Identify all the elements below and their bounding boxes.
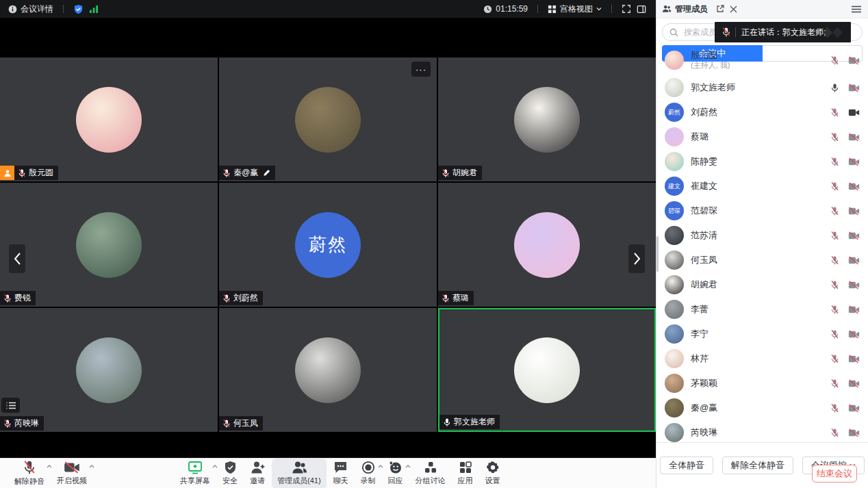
toolbar-item-7[interactable]: 聊天 xyxy=(328,459,354,488)
toolbar-item-2[interactable]: 开启视频 xyxy=(51,459,92,488)
next-page-arrow[interactable] xyxy=(628,244,645,273)
camera-off-icon[interactable] xyxy=(848,182,860,191)
meeting-details-button[interactable]: 会议详情 xyxy=(5,3,56,15)
member-row[interactable]: 林芹 xyxy=(656,346,868,371)
mic-muted-icon[interactable] xyxy=(830,305,839,315)
popout-panel-icon[interactable] xyxy=(716,5,724,13)
end-meeting-button[interactable]: 结束会议 xyxy=(812,465,857,483)
mic-muted-icon[interactable] xyxy=(830,329,839,339)
fullscreen-button[interactable] xyxy=(619,4,634,14)
camera-off-icon[interactable] xyxy=(848,256,860,265)
camera-off-icon[interactable] xyxy=(848,56,860,65)
member-row[interactable]: 殷元圆(主持人, 我) xyxy=(656,45,868,75)
toolbar-item-8[interactable]: 录制 xyxy=(355,459,381,488)
mic-muted-icon[interactable] xyxy=(830,206,839,216)
member-row[interactable]: 李宁 xyxy=(656,322,868,346)
member-row[interactable]: 李蕾 xyxy=(656,297,868,322)
video-tile[interactable]: 胡婉君 xyxy=(438,57,656,181)
video-tile[interactable]: 何玉凤 xyxy=(219,308,437,432)
mic-muted-icon[interactable] xyxy=(830,403,839,413)
divider xyxy=(537,5,538,13)
member-row[interactable]: 何玉凤 xyxy=(656,248,868,272)
camera-off-icon[interactable] xyxy=(848,404,860,413)
video-tile[interactable]: 芮映琳 xyxy=(0,308,218,432)
mic-on-icon[interactable] xyxy=(830,83,839,93)
member-name: 范苏清 xyxy=(691,230,717,241)
camera-off-icon[interactable] xyxy=(848,305,860,314)
toolbar-item-6[interactable]: 管理成员(41) xyxy=(272,459,327,488)
side-panel-toggle-button[interactable] xyxy=(634,5,649,14)
scrollbar-thumb[interactable] xyxy=(656,236,659,272)
video-tile[interactable]: 费锐 xyxy=(0,183,218,307)
mute-all-button[interactable]: 全体静音 xyxy=(660,457,713,474)
camera-on-icon[interactable] xyxy=(848,108,860,117)
network-quality-button[interactable] xyxy=(86,5,102,14)
camera-off-icon[interactable] xyxy=(848,157,860,166)
camera-off-icon[interactable] xyxy=(848,84,860,92)
camera-off-icon[interactable] xyxy=(848,330,860,339)
member-row[interactable]: 茅颖颖 xyxy=(656,371,868,396)
toolbar-item-12[interactable]: 设置 xyxy=(480,459,506,488)
mic-muted-icon[interactable] xyxy=(830,181,839,192)
video-tile[interactable]: 蔡璐 xyxy=(438,183,656,307)
member-row[interactable]: 蔚然刘蔚然 xyxy=(656,100,868,125)
camera-off-icon[interactable] xyxy=(848,231,860,240)
mic-muted-icon[interactable] xyxy=(830,132,839,142)
camera-off-icon[interactable] xyxy=(848,355,860,363)
member-row[interactable]: 芮映琳 xyxy=(656,420,868,442)
view-mode-label: 宫格视图 xyxy=(560,3,593,15)
toolbar-item-5[interactable]: 邀请 xyxy=(244,459,270,488)
expand-icon xyxy=(622,4,631,14)
caption-list-icon[interactable] xyxy=(1,398,20,413)
unmute-all-button[interactable]: 解除全体静音 xyxy=(722,457,793,474)
member-row[interactable]: 陈静雯 xyxy=(656,149,868,174)
camera-off-icon[interactable] xyxy=(848,133,860,142)
member-row[interactable]: 胡婉君 xyxy=(656,272,868,297)
mic-muted-icon[interactable] xyxy=(830,428,839,438)
member-row[interactable]: 建文崔建文 xyxy=(656,174,868,198)
toolbar-item-4[interactable]: 安全 xyxy=(217,459,243,488)
camera-off-icon[interactable] xyxy=(848,428,860,437)
participant-name: 芮映琳 xyxy=(14,418,39,429)
video-grid: 殷元圆··· 秦@赢 胡婉君 费锐蔚然 刘蔚然 蔡璐 芮映琳 何玉凤 郭文旌老师 xyxy=(0,57,656,432)
member-row[interactable]: 蔡璐 xyxy=(656,125,868,149)
mic-muted-icon[interactable] xyxy=(830,354,839,364)
avatar xyxy=(665,251,684,270)
toolbar-item-10[interactable]: 分组讨论 xyxy=(410,459,451,488)
toolbar-item-9[interactable]: 回应 xyxy=(383,459,409,488)
mic-muted-icon[interactable] xyxy=(830,55,839,66)
toolbar-item-1[interactable]: 解除静音 xyxy=(9,459,50,488)
camera-off-icon[interactable] xyxy=(848,281,860,290)
mic-muted-icon[interactable] xyxy=(830,231,839,241)
member-name: 林芹 xyxy=(691,353,709,364)
mic-muted-icon[interactable] xyxy=(830,255,839,266)
member-name: 陈静雯 xyxy=(691,156,717,167)
toolbar-item-3[interactable]: 共享屏幕 xyxy=(175,459,216,488)
mic-muted-icon[interactable] xyxy=(830,378,839,389)
top-bar: 会议详情 01:15:59 xyxy=(0,0,656,18)
member-row[interactable]: 碧琛范碧琛 xyxy=(656,198,868,223)
member-row[interactable]: 郭文旌老师 xyxy=(656,75,868,100)
mic-muted-icon[interactable] xyxy=(830,107,839,118)
toolbar-item-label: 应用 xyxy=(458,476,473,486)
view-mode-button[interactable]: 宫格视图 xyxy=(545,3,604,15)
more-options-icon[interactable]: ··· xyxy=(411,62,431,77)
member-row[interactable]: 范苏清 xyxy=(656,223,868,248)
participant-name: 蔡璐 xyxy=(452,292,469,304)
previous-page-arrow[interactable] xyxy=(9,244,25,273)
camera-off-icon[interactable] xyxy=(848,379,860,388)
mic-muted-icon[interactable] xyxy=(830,280,839,290)
close-panel-icon[interactable] xyxy=(730,5,737,13)
member-row[interactable]: 秦@赢 xyxy=(656,396,868,420)
security-status-button[interactable] xyxy=(71,4,86,14)
video-tile[interactable]: ··· 秦@赢 xyxy=(219,57,437,181)
video-tile[interactable]: 蔚然 刘蔚然 xyxy=(219,183,437,307)
chevron-up-icon[interactable] xyxy=(89,465,94,468)
video-tile[interactable]: 郭文旌老师 xyxy=(438,308,656,432)
mic-muted-icon[interactable] xyxy=(830,157,839,167)
toolbar-item-11[interactable]: 应用 xyxy=(452,459,478,488)
edit-name-icon[interactable] xyxy=(263,169,270,177)
camera-off-icon[interactable] xyxy=(848,207,860,216)
video-tile[interactable]: 殷元圆 xyxy=(0,57,218,181)
window-menu-icon[interactable] xyxy=(852,5,861,13)
